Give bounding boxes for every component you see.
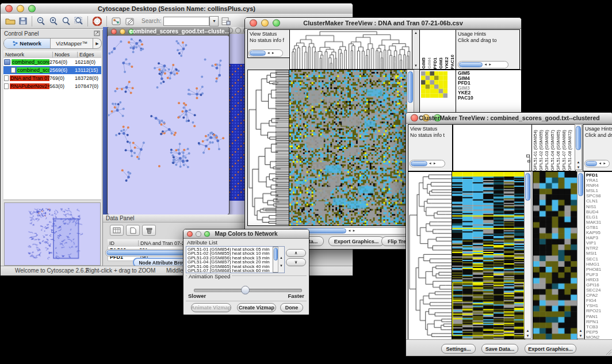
tv1-column-dendrogram[interactable]	[289, 29, 412, 70]
scroll-right-icon[interactable]: ►	[351, 228, 356, 234]
gene-label[interactable]: YSH1	[586, 303, 612, 308]
tv1-usage-hscroll[interactable]: ◄►	[458, 61, 508, 68]
scroll-thumb[interactable]	[525, 173, 530, 201]
gene-label[interactable]: PAN1	[586, 314, 612, 319]
network-view-window[interactable]: combined_scores_good.txt--cluste...	[107, 27, 230, 214]
listbox-up-arrow[interactable]: ▲	[278, 256, 284, 260]
gene-label[interactable]: FIG4	[586, 298, 612, 303]
network-overview-thumbnail[interactable]	[4, 202, 101, 266]
scroll-left-icon[interactable]: ◄	[347, 228, 351, 234]
gene-label[interactable]: BUD4	[586, 209, 612, 214]
gene-label[interactable]: TCB3	[586, 324, 612, 329]
gene-label[interactable]: ELG1	[586, 214, 612, 220]
tv1-row-label[interactable]: PAC10	[458, 95, 521, 101]
gene-label[interactable]: CPA2	[586, 293, 612, 298]
network-list-empty-area[interactable]	[3, 90, 101, 200]
minimize-button[interactable]	[120, 29, 125, 35]
gene-label[interactable]: PFD1	[586, 173, 612, 178]
scroll-thumb[interactable]	[459, 62, 483, 67]
zoom-out-icon[interactable]	[35, 17, 47, 25]
gene-label[interactable]: HMG1	[586, 262, 612, 267]
dialog-title-bar[interactable]: Map Colors to Network	[183, 229, 309, 239]
gene-label[interactable]: PEP5	[586, 329, 612, 335]
gene-label[interactable]: YRA1	[586, 178, 612, 183]
scroll-up-icon[interactable]: ▲	[577, 329, 584, 333]
tv2-column-vscroll[interactable]: ▲▼	[575, 124, 582, 170]
col-edges[interactable]: Edges	[78, 52, 101, 58]
gene-label[interactable]: SEC1	[586, 256, 612, 262]
gene-label[interactable]: SEC24	[586, 288, 612, 293]
animate-vizmap-button[interactable]: Animate Vizmap	[191, 303, 231, 312]
scroll-left-icon[interactable]: ◄	[598, 160, 602, 167]
scroll-left-icon[interactable]: ◄	[428, 160, 433, 167]
resize-grip[interactable]	[605, 348, 612, 355]
gene-label[interactable]: MSI1	[586, 251, 612, 256]
main-title-bar[interactable]: Cytoscape Desktop (Session Name: collins…	[1, 3, 353, 14]
gene-label[interactable]: VIP1	[586, 240, 612, 246]
minimize-button[interactable]	[235, 28, 241, 33]
search-dropdown-icon[interactable]: ▼	[209, 16, 219, 26]
gene-label[interactable]: HAP3	[586, 235, 612, 240]
tv1-heatmap[interactable]	[289, 70, 408, 226]
create-vizmap-button[interactable]: Create Vizmap	[237, 303, 276, 312]
scroll-up-icon[interactable]: ▲	[525, 329, 531, 333]
tab-network[interactable]: Network	[4, 39, 51, 48]
tv2-column-label[interactable]: GPL51-06 (GSM865)	[556, 130, 561, 171]
scroll-right-icon[interactable]: ►	[271, 50, 276, 56]
save-icon[interactable]	[17, 17, 29, 25]
tv2-main-heatmap[interactable]	[452, 171, 525, 340]
tv2-usage-hscroll[interactable]: ◄►	[584, 160, 610, 167]
tv2-zoomed-heatmap[interactable]	[533, 171, 577, 340]
treeview2-title-bar[interactable]: ClusterMaker TreeView : combined_scores_…	[406, 113, 612, 124]
scroll-thumb[interactable]	[578, 173, 583, 196]
scroll-right-icon[interactable]: ►	[433, 160, 437, 167]
tv2-column-label[interactable]: GPL51-04 (GSM857)	[550, 130, 555, 171]
tv2-export-graphics-button[interactable]: Export Graphics...	[525, 344, 576, 354]
help-icon[interactable]	[90, 17, 104, 26]
scroll-up-icon[interactable]: ▲	[575, 160, 582, 164]
tv1-column-label[interactable]: PAC10	[450, 55, 455, 69]
gene-label[interactable]: RPN1	[586, 319, 612, 324]
tab-overflow-arrow[interactable]: ▶	[93, 39, 101, 48]
listbox-down-arrow[interactable]: ▼	[278, 264, 284, 268]
network-graph-view[interactable]	[108, 36, 228, 213]
close-button[interactable]	[111, 29, 117, 35]
select-attributes-icon[interactable]	[110, 225, 124, 236]
gene-label[interactable]: NTR2	[586, 246, 612, 251]
tv1-column-label[interactable]: PFD1	[433, 58, 438, 69]
scroll-left-icon[interactable]: ◄	[483, 62, 488, 68]
tv1-mini-heatmap[interactable]	[421, 71, 447, 98]
gene-label[interactable]: RNR4	[586, 183, 612, 188]
gene-label[interactable]: PUF3	[586, 272, 612, 277]
listbox-scroll-thumb[interactable]	[274, 248, 278, 260]
tv1-column-label[interactable]: GIM3	[438, 58, 443, 69]
gene-label[interactable]: GPI16	[586, 282, 612, 288]
gene-label[interactable]: PHO81	[586, 267, 612, 272]
zoom-fit-icon[interactable]	[60, 17, 72, 25]
tv1-column-label[interactable]: GIM5	[421, 58, 426, 69]
tv2-save-data-button[interactable]: Save Data...	[481, 344, 518, 354]
tv2-column-label[interactable]: GPL51-01 (GSM854)	[533, 130, 538, 171]
scroll-right-icon[interactable]: ►	[602, 160, 607, 167]
attribute-list-item[interactable]: GPL51-07 (GSM868) heat shock 60 min	[186, 269, 275, 273]
move-down-button[interactable]: ∨	[286, 258, 306, 266]
scroll-thumb[interactable]	[576, 126, 581, 150]
open-file-icon[interactable]	[4, 17, 17, 25]
scroll-thumb[interactable]	[250, 51, 266, 56]
tv1-export-graphics-button[interactable]: Export Graphics...	[328, 236, 384, 246]
float-panel-icon[interactable]	[94, 30, 100, 36]
attribute-listbox[interactable]: GPL51-01 (GSM854) heat shock 05 minGPL51…	[186, 246, 285, 273]
gene-label[interactable]: GTB1	[586, 225, 612, 230]
scroll-down-icon[interactable]: ▼	[577, 334, 584, 338]
scroll-down-icon[interactable]: ▼	[575, 166, 582, 170]
network-table-row[interactable]: combined_sco2569(6)13112(15)	[3, 66, 101, 74]
gene-label[interactable]: RPO21	[586, 308, 612, 313]
scroll-thumb[interactable]	[586, 161, 597, 166]
gene-label[interactable]: MAK31	[586, 220, 612, 225]
gene-label[interactable]: NIS1	[586, 204, 612, 209]
gene-label[interactable]: MSL1	[586, 188, 612, 193]
gene-label[interactable]: KAP95	[586, 230, 612, 235]
move-up-button[interactable]: ∧	[286, 249, 306, 257]
slider-thumb[interactable]	[241, 286, 250, 294]
col-network[interactable]: Network	[3, 52, 53, 58]
